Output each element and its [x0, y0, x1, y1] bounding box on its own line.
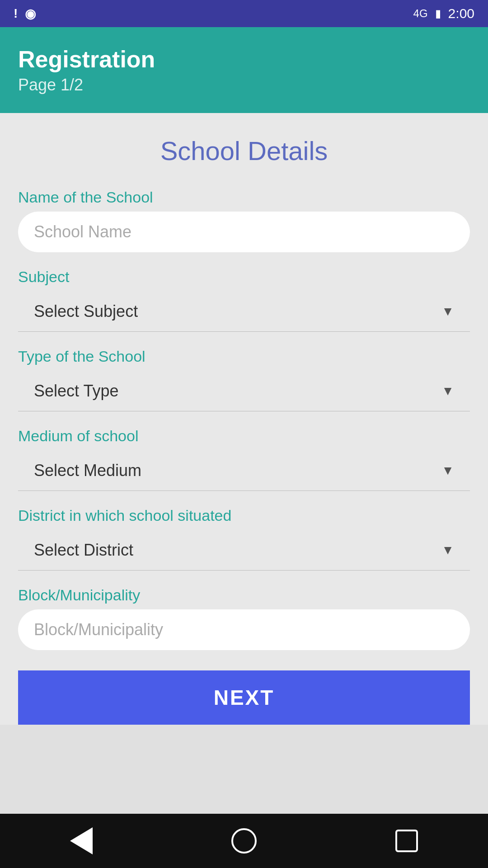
next-button[interactable]: NEXT — [18, 670, 470, 725]
header-subtitle: Page 1/2 — [18, 75, 470, 94]
alert-icon: ! — [14, 6, 18, 21]
home-icon — [231, 828, 257, 854]
school-type-dropdown-text: Select Type — [34, 382, 118, 401]
district-dropdown-arrow: ▼ — [441, 543, 454, 557]
medium-dropdown-text: Select Medium — [34, 461, 141, 480]
school-name-label: Name of the School — [18, 189, 470, 206]
status-left-icons: ! ◉ — [14, 6, 36, 21]
block-label: Block/Municipality — [18, 586, 470, 604]
network-indicator: 4G — [413, 7, 428, 20]
subject-dropdown[interactable]: Select Subject ▼ — [18, 291, 470, 332]
subject-label: Subject — [18, 268, 470, 286]
medium-label: Medium of school — [18, 427, 470, 445]
home-button[interactable] — [228, 825, 260, 857]
media-icon: ◉ — [25, 6, 36, 21]
back-icon — [70, 827, 93, 854]
school-type-dropdown-arrow: ▼ — [441, 384, 454, 398]
recents-button[interactable] — [391, 825, 422, 857]
recents-icon — [395, 830, 418, 852]
section-title: School Details — [18, 136, 470, 166]
school-name-input[interactable] — [18, 212, 470, 252]
district-dropdown-text: Select District — [34, 541, 133, 560]
status-right-icons: 4G ▮ 2:00 — [413, 6, 474, 21]
header-title: Registration — [18, 46, 470, 73]
medium-dropdown[interactable]: Select Medium ▼ — [18, 450, 470, 491]
subject-dropdown-text: Select Subject — [34, 302, 138, 321]
main-content: School Details Name of the School Subjec… — [0, 113, 488, 725]
school-type-label: Type of the School — [18, 348, 470, 365]
battery-icon: ▮ — [435, 7, 441, 20]
school-type-dropdown[interactable]: Select Type ▼ — [18, 371, 470, 411]
navigation-bar — [0, 814, 488, 868]
time-display: 2:00 — [448, 6, 474, 21]
subject-dropdown-arrow: ▼ — [441, 304, 454, 319]
medium-dropdown-arrow: ▼ — [441, 463, 454, 478]
page-header: Registration Page 1/2 — [0, 27, 488, 113]
status-bar: ! ◉ 4G ▮ 2:00 — [0, 0, 488, 27]
district-label: District in which school situated — [18, 507, 470, 524]
district-dropdown[interactable]: Select District ▼ — [18, 530, 470, 571]
back-button[interactable] — [66, 825, 97, 857]
block-input[interactable] — [18, 609, 470, 650]
